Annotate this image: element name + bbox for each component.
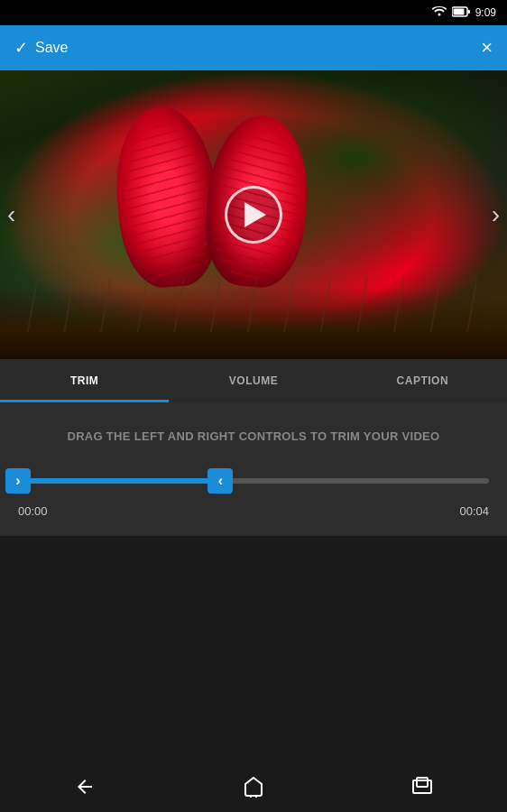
save-button[interactable]: ✓ Save (14, 38, 68, 58)
next-arrow-button[interactable]: › (492, 200, 500, 229)
recents-icon (411, 776, 433, 798)
tab-volume[interactable]: VOLUME (169, 359, 337, 402)
close-icon: × (481, 36, 493, 59)
tab-trim[interactable]: TRIM (0, 359, 169, 402)
wifi-icon (432, 6, 447, 20)
recents-button[interactable] (393, 769, 451, 805)
checkmark-icon: ✓ (14, 38, 28, 58)
action-bar: ✓ Save × (0, 25, 507, 70)
trim-slider[interactable]: › ‹ (18, 465, 489, 497)
trim-handle-right[interactable]: ‹ (207, 468, 233, 494)
battery-icon (452, 6, 470, 20)
slider-fill (18, 478, 220, 484)
content-area: DRAG THE LEFT AND RIGHT CONTROLS TO TRIM… (0, 402, 507, 536)
home-button[interactable] (225, 769, 282, 805)
tab-caption-label: CAPTION (397, 374, 449, 387)
tab-caption[interactable]: CAPTION (338, 359, 507, 402)
close-button[interactable]: × (481, 38, 493, 58)
start-time-label: 00:00 (18, 504, 48, 518)
video-area: ‹ › (0, 70, 507, 359)
bottom-nav (0, 761, 507, 812)
status-bar: 9:09 (0, 0, 507, 25)
trim-handle-left[interactable]: › (5, 468, 31, 494)
back-icon (74, 776, 96, 798)
play-icon (244, 202, 266, 227)
svg-rect-2 (453, 8, 464, 14)
svg-rect-1 (467, 10, 470, 14)
chevron-right-icon: ‹ (218, 473, 223, 489)
tab-trim-underline (0, 400, 169, 402)
time-labels: 00:00 00:04 (18, 504, 489, 518)
back-button[interactable] (56, 769, 114, 805)
home-icon (243, 776, 264, 798)
prev-arrow-button[interactable]: ‹ (7, 200, 15, 229)
tab-bar: TRIM VOLUME CAPTION (0, 359, 507, 402)
chevron-left-icon: › (15, 473, 20, 489)
tab-trim-label: TRIM (70, 374, 98, 387)
play-button[interactable] (225, 186, 282, 244)
svg-rect-3 (251, 796, 256, 798)
svg-rect-5 (417, 778, 428, 787)
time-display: 9:09 (475, 6, 496, 19)
sticks (18, 278, 489, 332)
end-time-label: 00:04 (459, 504, 489, 518)
trim-instruction: DRAG THE LEFT AND RIGHT CONTROLS TO TRIM… (67, 429, 439, 443)
tab-volume-label: VOLUME (229, 374, 278, 387)
slider-track: › ‹ (18, 478, 489, 484)
save-label: Save (35, 40, 68, 56)
